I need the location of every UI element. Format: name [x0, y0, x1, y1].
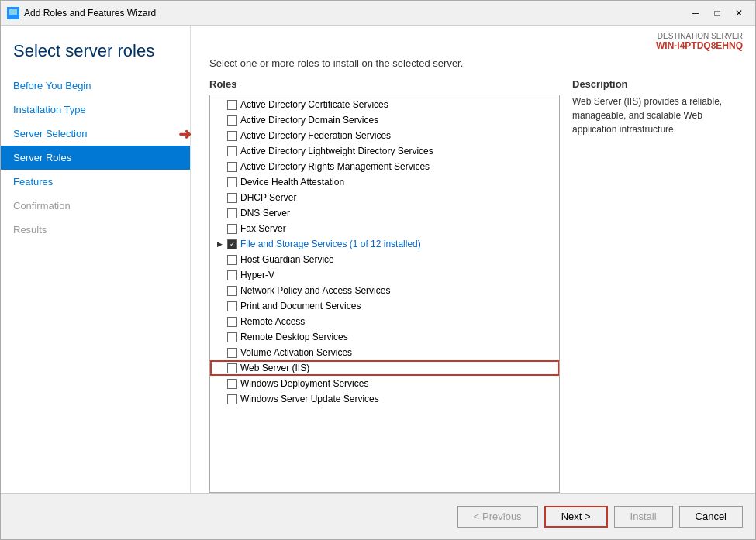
next-button[interactable]: Next > [544, 506, 608, 528]
svg-rect-1 [9, 9, 17, 15]
role-label-device-health: Device Health Attestation [240, 177, 344, 187]
role-item-ad-federation[interactable]: Active Directory Federation Services [210, 128, 559, 143]
sidebar-item-installation-type[interactable]: Installation Type [1, 98, 190, 122]
role-item-hyper-v[interactable]: Hyper-V [210, 267, 559, 283]
role-item-remote-desktop[interactable]: Remote Desktop Services [210, 329, 559, 345]
role-label-hyper-v: Hyper-V [240, 270, 274, 280]
roles-list[interactable]: Active Directory Certificate ServicesAct… [210, 95, 559, 492]
role-item-device-health[interactable]: Device Health Attestation [210, 174, 559, 190]
sidebar-item-results: Results [1, 218, 190, 242]
checkbox-device-health[interactable] [227, 177, 237, 187]
content-area: Select server roles Before You Begin Ins… [1, 26, 755, 493]
description-text: Web Server (IIS) provides a reliable, ma… [572, 95, 743, 136]
sidebar-item-before-you-begin[interactable]: Before You Begin [1, 74, 190, 98]
maximize-button[interactable]: □ [707, 5, 727, 21]
roles-label: Roles [209, 78, 560, 90]
checkbox-dns[interactable] [227, 208, 237, 218]
install-button[interactable]: Install [614, 506, 673, 528]
expand-icon-device-health [215, 177, 224, 187]
role-label-ad-federation: Active Directory Federation Services [240, 130, 391, 141]
title-bar: Add Roles and Features Wizard ─ □ ✕ [1, 1, 755, 26]
main-content: DESTINATION SERVER WIN-I4PTDQ8EHNQ Selec… [191, 26, 755, 493]
wizard-icon [7, 7, 19, 19]
checkbox-ad-domain[interactable] [227, 115, 237, 126]
checkbox-volume-activation[interactable] [227, 348, 237, 358]
checkbox-remote-access[interactable] [227, 317, 237, 327]
close-button[interactable]: ✕ [729, 5, 749, 21]
previous-button[interactable]: < Previous [457, 506, 538, 528]
expand-icon-ad-cert [215, 100, 224, 109]
role-item-remote-access[interactable]: Remote Access [210, 314, 559, 329]
main-body: Select one or more roles to install on t… [191, 57, 755, 493]
description-label: Description [572, 78, 743, 90]
role-item-print-document[interactable]: Print and Document Services [210, 298, 559, 314]
role-label-windows-deployment: Windows Deployment Services [240, 378, 368, 389]
role-label-volume-activation: Volume Activation Services [240, 347, 352, 358]
role-item-network-policy[interactable]: Network Policy and Access Services [210, 283, 559, 298]
role-label-host-guardian: Host Guardian Service [240, 254, 334, 265]
expand-icon-hyper-v [215, 270, 224, 280]
role-label-ad-cert: Active Directory Certificate Services [240, 99, 388, 110]
role-item-windows-deployment[interactable]: Windows Deployment Services [210, 376, 559, 391]
role-item-dns[interactable]: DNS Server [210, 205, 559, 221]
instruction-text: Select one or more roles to install on t… [209, 57, 743, 69]
role-label-dns: DNS Server [240, 208, 290, 218]
checkbox-ad-lightweight[interactable] [227, 146, 237, 156]
role-item-fax[interactable]: Fax Server [210, 221, 559, 236]
checkbox-host-guardian[interactable] [227, 255, 237, 265]
role-label-fax: Fax Server [240, 223, 286, 234]
role-item-ad-cert[interactable]: Active Directory Certificate Services [210, 97, 559, 112]
role-label-ad-rights: Active Directory Rights Management Servi… [240, 161, 430, 172]
expand-icon-volume-activation [215, 348, 224, 357]
role-item-ad-lightweight[interactable]: Active Directory Lightweight Directory S… [210, 143, 559, 159]
expand-icon-print-document [215, 301, 224, 311]
checkbox-windows-deployment[interactable] [227, 379, 237, 389]
main-window: Add Roles and Features Wizard ─ □ ✕ Sele… [0, 0, 756, 540]
role-label-dhcp: DHCP Server [240, 192, 296, 203]
minimize-button[interactable]: ─ [685, 5, 706, 21]
expand-icon-host-guardian [215, 255, 224, 264]
checkbox-ad-rights[interactable] [227, 162, 237, 172]
checkbox-web-server[interactable] [227, 363, 237, 373]
checkbox-file-storage[interactable] [227, 239, 237, 249]
checkbox-fax[interactable] [227, 224, 237, 234]
role-label-network-policy: Network Policy and Access Services [240, 285, 390, 296]
window-title: Add Roles and Features Wizard [24, 8, 156, 19]
expand-icon-network-policy [215, 286, 224, 295]
checkbox-remote-desktop[interactable] [227, 332, 237, 342]
expand-icon-ad-federation [215, 131, 224, 140]
checkbox-ad-cert[interactable] [227, 100, 237, 110]
cancel-button[interactable]: Cancel [679, 506, 743, 528]
role-item-dhcp[interactable]: DHCP Server [210, 190, 559, 205]
destination-server-name: WIN-I4PTDQ8EHNQ [203, 40, 743, 51]
svg-rect-2 [10, 15, 16, 17]
destination-server-label: DESTINATION SERVER [203, 32, 743, 40]
role-item-file-storage[interactable]: ▶File and Storage Services (1 of 12 inst… [210, 236, 559, 252]
role-item-host-guardian[interactable]: Host Guardian Service [210, 252, 559, 267]
role-label-web-server: Web Server (IIS) [240, 363, 309, 373]
checkbox-ad-federation[interactable] [227, 131, 237, 141]
expand-icon-fax [215, 224, 224, 233]
sidebar-item-features[interactable]: Features [1, 170, 190, 194]
role-item-volume-activation[interactable]: Volume Activation Services [210, 345, 559, 360]
checkbox-hyper-v[interactable] [227, 270, 237, 280]
expand-icon-dhcp [215, 193, 224, 202]
checkbox-network-policy[interactable] [227, 286, 237, 296]
sidebar-item-server-selection[interactable]: Server Selection ➜ [1, 122, 190, 146]
checkbox-windows-update[interactable] [227, 394, 237, 404]
role-item-web-server[interactable]: Web Server (IIS) [210, 360, 559, 376]
role-item-windows-update[interactable]: Windows Server Update Services [210, 391, 559, 407]
roles-panel: Roles Active Directory Certificate Servi… [209, 78, 560, 493]
expand-icon-ad-lightweight [215, 146, 224, 156]
expand-icon-ad-domain [215, 115, 224, 125]
role-label-ad-domain: Active Directory Domain Services [240, 115, 378, 126]
expand-icon-file-storage: ▶ [215, 239, 224, 249]
role-label-windows-update: Windows Server Update Services [240, 394, 379, 404]
role-item-ad-rights[interactable]: Active Directory Rights Management Servi… [210, 159, 559, 174]
role-item-ad-domain[interactable]: Active Directory Domain Services [210, 112, 559, 128]
description-panel: Description Web Server (IIS) provides a … [572, 78, 743, 493]
checkbox-dhcp[interactable] [227, 193, 237, 203]
checkbox-print-document[interactable] [227, 301, 237, 311]
sidebar-item-server-roles[interactable]: Server Roles [1, 146, 190, 170]
title-bar-controls: ─ □ ✕ [685, 5, 749, 21]
